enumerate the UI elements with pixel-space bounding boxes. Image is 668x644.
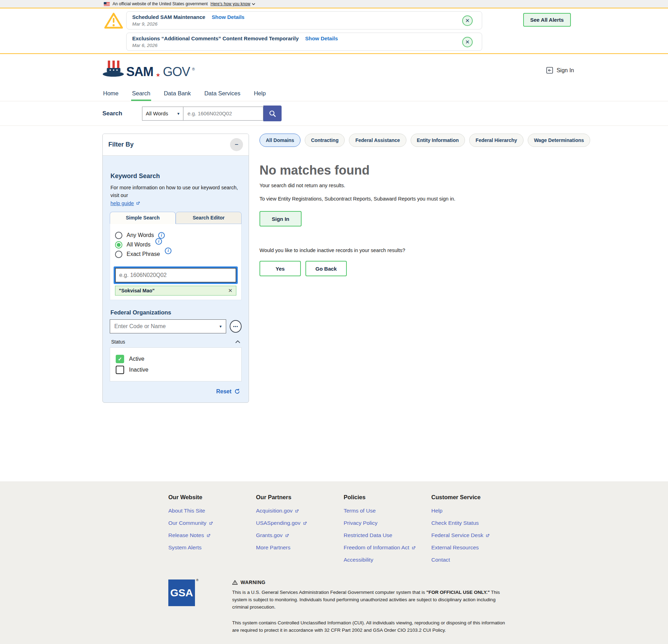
help-guide-link[interactable]: help guide bbox=[110, 201, 140, 206]
alerts-section: Scheduled SAM Maintenance Show Details M… bbox=[0, 8, 668, 54]
caret-down-icon: ▾ bbox=[177, 111, 180, 116]
footer-link-grants-gov[interactable]: Grants.gov bbox=[256, 532, 289, 538]
warning-paragraph-1: This is a U.S. General Services Administ… bbox=[232, 589, 513, 611]
simple-search-card: Any Words i All Words i Exact Phrase i bbox=[110, 224, 242, 300]
footer-link-federal-service-desk[interactable]: Federal Service Desk bbox=[431, 532, 490, 538]
footer-col-our-website: Our Website About This Site Our Communit… bbox=[168, 494, 256, 569]
footer-link-system-alerts[interactable]: System Alerts bbox=[168, 544, 202, 551]
alert-title: Scheduled SAM Maintenance bbox=[132, 14, 205, 20]
sign-in-link[interactable]: Sign In bbox=[546, 67, 574, 74]
nav-item-data-bank[interactable]: Data Bank bbox=[163, 86, 191, 101]
footer-link-external-resources[interactable]: External Resources bbox=[431, 544, 479, 551]
show-details-link[interactable]: Show Details bbox=[212, 14, 244, 20]
ellipsis-icon: ••• bbox=[233, 324, 238, 328]
radio-any-words[interactable] bbox=[115, 232, 122, 239]
keyword-input[interactable] bbox=[115, 268, 236, 283]
alert-stack: Scheduled SAM Maintenance Show Details M… bbox=[126, 11, 482, 51]
site-header: SAM ★ GOV ® Sign In bbox=[0, 54, 668, 86]
footer: Our Website About This Site Our Communit… bbox=[0, 481, 668, 644]
warning-heading: WARNING bbox=[232, 579, 513, 585]
gsa-registered-mark: ® bbox=[196, 578, 198, 582]
pill-entity-information[interactable]: Entity Information bbox=[411, 134, 465, 147]
radio-exact-phrase[interactable] bbox=[115, 251, 122, 258]
chip-remove-icon[interactable]: ✕ bbox=[228, 287, 232, 294]
alert-item: Exclusions “Additional Comments” Content… bbox=[126, 33, 482, 51]
external-link-icon bbox=[303, 521, 307, 526]
footer-link-release-notes[interactable]: Release Notes bbox=[168, 532, 211, 538]
keyword-chip-label: "Sokvisal Mao" bbox=[119, 288, 155, 293]
sign-in-button[interactable]: Sign In bbox=[259, 211, 302, 226]
footer-col-heading: Our Partners bbox=[256, 494, 344, 501]
keyword-tabs: Simple Search Search Editor bbox=[110, 212, 242, 224]
footer-link-usaspending-gov[interactable]: USASpending.gov bbox=[256, 520, 307, 526]
alert-date: Mar 6, 2026 bbox=[132, 43, 461, 48]
footer-link-check-entity-status[interactable]: Check Entity Status bbox=[431, 520, 479, 526]
status-heading: Status bbox=[111, 339, 125, 345]
search-input[interactable] bbox=[183, 107, 263, 121]
main-nav: Home Search Data Bank Data Services Help bbox=[0, 86, 668, 101]
footer-link-contact[interactable]: Contact bbox=[431, 557, 450, 563]
radio-all-words[interactable] bbox=[115, 241, 122, 249]
nav-item-data-services[interactable]: Data Services bbox=[204, 86, 241, 101]
nav-item-help[interactable]: Help bbox=[253, 86, 266, 101]
tab-search-editor[interactable]: Search Editor bbox=[176, 212, 242, 224]
show-details-link[interactable]: Show Details bbox=[305, 35, 338, 41]
sam-gov-logo[interactable]: SAM ★ GOV ® bbox=[102, 60, 195, 78]
info-icon[interactable]: i bbox=[165, 248, 171, 254]
search-submit-button[interactable] bbox=[263, 106, 282, 121]
checkbox-inactive[interactable] bbox=[116, 366, 124, 374]
info-icon[interactable]: i bbox=[155, 238, 162, 245]
pill-contracting[interactable]: Contracting bbox=[305, 134, 345, 147]
see-all-alerts-button[interactable]: See All Alerts bbox=[523, 13, 571, 27]
footer-columns: Our Website About This Site Our Communit… bbox=[168, 494, 668, 569]
external-link-icon bbox=[295, 509, 299, 513]
footer-link-our-community[interactable]: Our Community bbox=[168, 520, 213, 526]
go-back-button[interactable]: Go Back bbox=[305, 261, 347, 276]
footer-link-more-partners[interactable]: More Partners bbox=[256, 544, 290, 551]
status-section-header[interactable]: Status bbox=[111, 339, 240, 345]
yes-button[interactable]: Yes bbox=[259, 261, 301, 276]
search-icon bbox=[269, 110, 276, 117]
keyword-search-heading: Keyword Search bbox=[110, 172, 242, 180]
alert-date: Mar 9, 2026 bbox=[132, 21, 461, 27]
check-icon: ✓ bbox=[118, 356, 122, 362]
footer-link-about-this-site[interactable]: About This Site bbox=[168, 508, 205, 514]
reset-label: Reset bbox=[216, 388, 231, 395]
nav-item-home[interactable]: Home bbox=[102, 86, 119, 101]
filter-panel: Filter By − Keyword Search For more info… bbox=[102, 134, 249, 403]
external-link-icon bbox=[485, 533, 490, 538]
footer-link-help[interactable]: Help bbox=[431, 508, 443, 514]
chevron-down-icon bbox=[252, 3, 255, 5]
pill-federal-hierarchy[interactable]: Federal Hierarchy bbox=[469, 134, 523, 147]
federal-orgs-heading: Federal Organizations bbox=[110, 309, 242, 316]
star-icon: ★ bbox=[156, 72, 160, 77]
close-icon[interactable]: ✕ bbox=[462, 15, 473, 26]
footer-link-restricted-data-use[interactable]: Restricted Data Use bbox=[344, 532, 392, 538]
search-mode-value: All Words bbox=[146, 110, 168, 116]
pill-wage-determinations[interactable]: Wage Determinations bbox=[528, 134, 591, 147]
footer-col-customer-service: Customer Service Help Check Entity Statu… bbox=[431, 494, 519, 569]
footer-link-terms-of-use[interactable]: Terms of Use bbox=[344, 508, 376, 514]
footer-col-heading: Policies bbox=[344, 494, 431, 501]
gsa-warning-row: GSA ® WARNING This is a U.S. General Ser… bbox=[168, 579, 668, 634]
footer-link-accessibility[interactable]: Accessibility bbox=[344, 557, 373, 563]
tab-simple-search[interactable]: Simple Search bbox=[110, 212, 176, 224]
close-icon[interactable]: ✕ bbox=[462, 37, 473, 47]
external-link-icon bbox=[136, 201, 140, 205]
pill-federal-assistance[interactable]: Federal Assistance bbox=[349, 134, 406, 147]
checkbox-active[interactable]: ✓ bbox=[116, 355, 124, 363]
radio-any-words-label: Any Words bbox=[127, 232, 154, 238]
caret-down-icon: ▾ bbox=[220, 324, 222, 329]
footer-link-acquisition-gov[interactable]: Acquisition.gov bbox=[256, 508, 299, 514]
nav-item-search[interactable]: Search bbox=[131, 86, 151, 101]
more-options-button[interactable]: ••• bbox=[230, 320, 242, 333]
refresh-icon bbox=[234, 388, 240, 394]
how-you-know-link[interactable]: Here's how you know bbox=[210, 1, 255, 6]
footer-link-foia[interactable]: Freedom of Information Act bbox=[344, 544, 416, 551]
search-mode-select[interactable]: All Words ▾ bbox=[142, 107, 183, 121]
federal-orgs-combobox[interactable]: Enter Code or Name ▾ bbox=[110, 319, 226, 333]
pill-all-domains[interactable]: All Domains bbox=[259, 134, 301, 147]
collapse-filters-button[interactable]: − bbox=[230, 138, 243, 151]
reset-filters[interactable]: Reset bbox=[111, 388, 240, 395]
footer-link-privacy-policy[interactable]: Privacy Policy bbox=[344, 520, 377, 526]
